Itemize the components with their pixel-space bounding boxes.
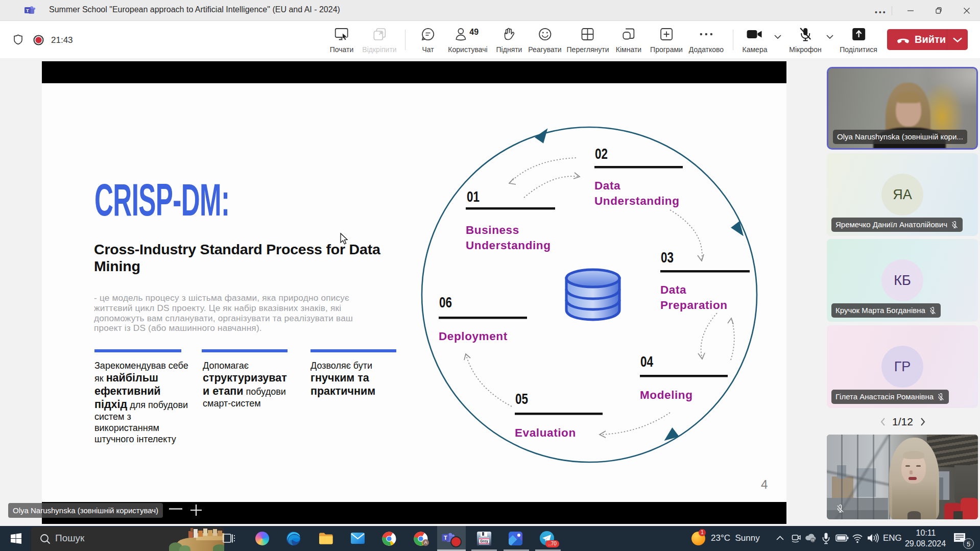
svg-text:Evaluation: Evaluation [515, 426, 576, 439]
svg-text:Deployment: Deployment [439, 330, 508, 343]
svg-text:49: 49 [469, 28, 479, 36]
svg-text:02: 02 [595, 146, 608, 162]
svg-text:Business: Business [466, 224, 519, 236]
svg-text:Data: Data [660, 283, 686, 296]
svg-text:Data: Data [594, 179, 620, 192]
svg-text:T: T [444, 535, 447, 541]
svg-text:Preparation: Preparation [660, 299, 728, 312]
svg-text:04: 04 [640, 353, 653, 370]
svg-text:03: 03 [661, 249, 674, 266]
svg-text:01: 01 [467, 188, 480, 205]
svg-text:06: 06 [439, 294, 452, 310]
svg-text:05: 05 [515, 391, 528, 407]
svg-text:Understanding: Understanding [466, 239, 551, 252]
svg-text:Understanding: Understanding [594, 195, 680, 207]
svg-text:Modeling: Modeling [640, 389, 693, 401]
svg-text:T: T [26, 8, 29, 13]
